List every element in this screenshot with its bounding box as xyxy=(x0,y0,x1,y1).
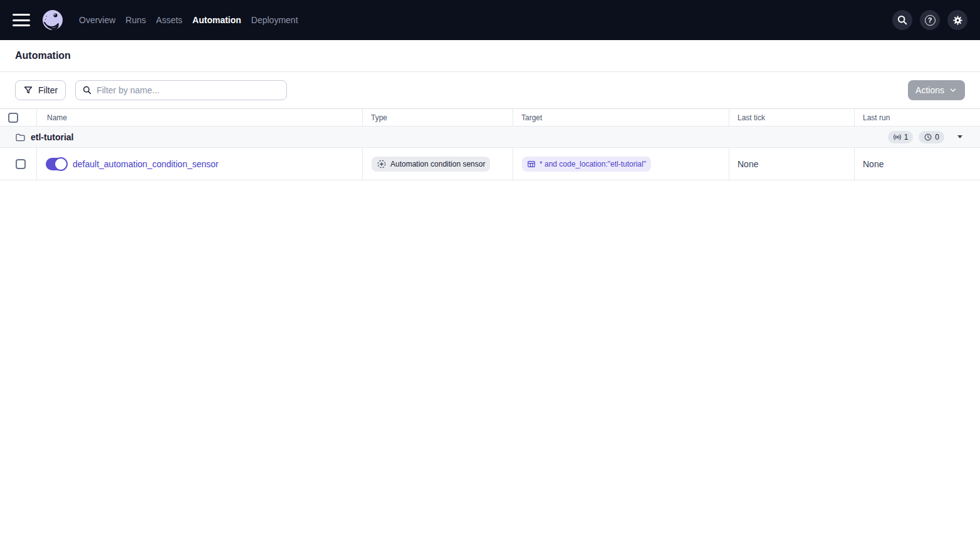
dagster-octopus-icon xyxy=(40,8,65,33)
funnel-icon xyxy=(23,85,33,95)
chevron-down-icon xyxy=(949,86,957,95)
row-checkbox-cell xyxy=(0,148,36,180)
clock-icon xyxy=(924,133,932,142)
primary-nav: Overview Runs Assets Automation Deployme… xyxy=(79,13,298,28)
select-all-checkbox[interactable] xyxy=(8,113,18,123)
help-button[interactable]: ? xyxy=(920,10,940,30)
sensor-count-badge: 1 xyxy=(888,131,914,143)
group-name: etl-tutorial xyxy=(31,132,73,142)
code-location-group-row[interactable]: etl-tutorial 1 0 xyxy=(0,127,980,148)
type-badge-label: Automation condition sensor xyxy=(390,160,485,168)
actions-button[interactable]: Actions xyxy=(908,80,965,100)
top-nav: Overview Runs Assets Automation Deployme… xyxy=(0,0,980,40)
row-name-cell: default_automation_condition_sensor xyxy=(36,148,362,180)
column-header-name: Name xyxy=(36,109,362,126)
table-header-row: Name Type Target Last tick Last run xyxy=(0,109,980,127)
nav-item-overview[interactable]: Overview xyxy=(79,13,115,28)
type-badge: Automation condition sensor xyxy=(372,157,490,172)
column-header-last-tick: Last tick xyxy=(729,109,854,126)
sensor-count: 1 xyxy=(904,133,909,142)
row-type-cell: Automation condition sensor xyxy=(362,148,513,180)
row-last-tick-cell: None xyxy=(729,148,854,180)
schedule-count: 0 xyxy=(935,133,939,142)
filter-button[interactable]: Filter xyxy=(15,80,66,100)
nav-icon-group: ? xyxy=(892,10,967,30)
schedule-count-badge: 0 xyxy=(919,131,944,143)
toggle-knob xyxy=(54,157,68,171)
dagster-logo[interactable] xyxy=(39,6,66,34)
toolbar: Filter Actions xyxy=(0,72,980,108)
filter-button-label: Filter xyxy=(38,85,58,95)
settings-button[interactable] xyxy=(947,10,967,30)
menu-icon[interactable] xyxy=(13,14,30,26)
automation-name-link[interactable]: default_automation_condition_sensor xyxy=(73,159,219,169)
nav-item-deployment[interactable]: Deployment xyxy=(251,13,298,28)
actions-button-label: Actions xyxy=(915,85,944,95)
row-last-run-cell: None xyxy=(854,148,980,180)
target-badge-label: * and code_location:"etl-tutorial" xyxy=(540,160,646,168)
gear-icon xyxy=(952,14,964,26)
automation-condition-icon xyxy=(377,159,387,169)
column-header-type: Type xyxy=(362,109,513,126)
menu-bar xyxy=(13,19,30,21)
name-filter-input[interactable] xyxy=(96,85,280,95)
page-title: Automation xyxy=(15,50,965,61)
caret-down-icon xyxy=(957,135,962,138)
automations-table: Name Type Target Last tick Last run etl-… xyxy=(0,108,980,180)
search-icon xyxy=(897,14,908,26)
group-collapse-button[interactable] xyxy=(955,133,965,141)
menu-bar xyxy=(13,24,30,26)
nav-item-runs[interactable]: Runs xyxy=(125,13,146,28)
search-button[interactable] xyxy=(892,10,912,30)
automation-enabled-toggle[interactable] xyxy=(46,158,67,170)
menu-bar xyxy=(13,14,30,16)
sensor-icon xyxy=(893,133,902,142)
column-header-last-run: Last run xyxy=(854,109,980,126)
row-target-cell: * and code_location:"etl-tutorial" xyxy=(513,148,729,180)
page-header: Automation xyxy=(0,40,980,72)
row-checkbox[interactable] xyxy=(16,159,26,169)
folder-icon xyxy=(15,132,25,142)
search-icon xyxy=(82,85,92,95)
column-header-target: Target xyxy=(513,109,729,126)
help-icon: ? xyxy=(925,15,936,26)
name-filter-field xyxy=(75,80,287,100)
nav-item-assets[interactable]: Assets xyxy=(156,13,182,28)
target-badge[interactable]: * and code_location:"etl-tutorial" xyxy=(522,157,651,172)
asset-table-icon xyxy=(527,160,536,168)
header-checkbox-cell xyxy=(0,109,36,126)
nav-item-automation[interactable]: Automation xyxy=(192,13,241,28)
automation-row: default_automation_condition_sensor Auto… xyxy=(0,148,980,180)
